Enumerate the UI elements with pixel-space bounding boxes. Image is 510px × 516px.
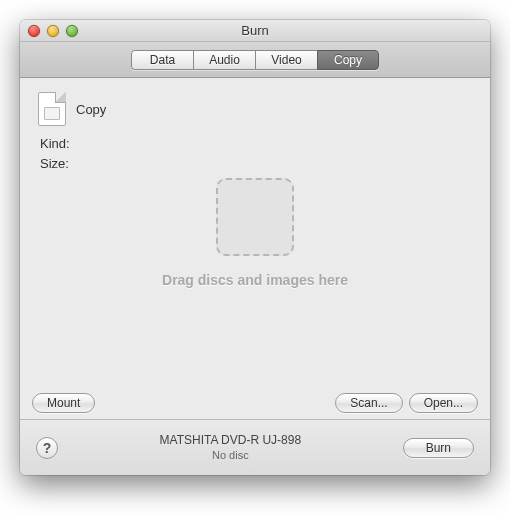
file-header: Copy <box>38 92 472 126</box>
zoom-icon[interactable] <box>66 25 78 37</box>
close-icon[interactable] <box>28 25 40 37</box>
drop-zone[interactable]: Drag discs and images here <box>162 178 348 288</box>
document-icon <box>38 92 66 126</box>
window-title: Burn <box>20 23 490 38</box>
kind-label: Kind: <box>40 136 70 151</box>
traffic-lights <box>28 25 78 37</box>
tab-copy[interactable]: Copy <box>317 50 379 70</box>
file-name: Copy <box>76 102 106 117</box>
help-button[interactable]: ? <box>36 437 58 459</box>
app-window: Burn Data Audio Video Copy Copy Kind: Si… <box>20 20 490 475</box>
drop-target-icon <box>216 178 294 256</box>
size-row: Size: <box>40 154 472 174</box>
tab-data[interactable]: Data <box>131 50 193 70</box>
open-button[interactable]: Open... <box>409 393 478 413</box>
mount-button[interactable]: Mount <box>32 393 95 413</box>
file-meta: Kind: Size: <box>40 134 472 173</box>
toolbar: Data Audio Video Copy <box>20 42 490 78</box>
action-row: Mount Scan... Open... <box>32 393 478 413</box>
scan-button[interactable]: Scan... <box>335 393 402 413</box>
tab-video[interactable]: Video <box>255 50 317 70</box>
drive-name: MATSHITA DVD-R UJ-898 <box>68 432 393 448</box>
size-label: Size: <box>40 156 69 171</box>
footer: ? MATSHITA DVD-R UJ-898 No disc Burn <box>20 419 490 475</box>
drive-info: MATSHITA DVD-R UJ-898 No disc <box>68 432 393 463</box>
titlebar: Burn <box>20 20 490 42</box>
tab-audio[interactable]: Audio <box>193 50 255 70</box>
kind-row: Kind: <box>40 134 472 154</box>
drive-status: No disc <box>68 448 393 463</box>
burn-button[interactable]: Burn <box>403 438 474 458</box>
content-area: Copy Kind: Size: Drag discs and images h… <box>20 78 490 419</box>
drop-hint: Drag discs and images here <box>162 272 348 288</box>
mode-tabs: Data Audio Video Copy <box>131 50 379 70</box>
minimize-icon[interactable] <box>47 25 59 37</box>
